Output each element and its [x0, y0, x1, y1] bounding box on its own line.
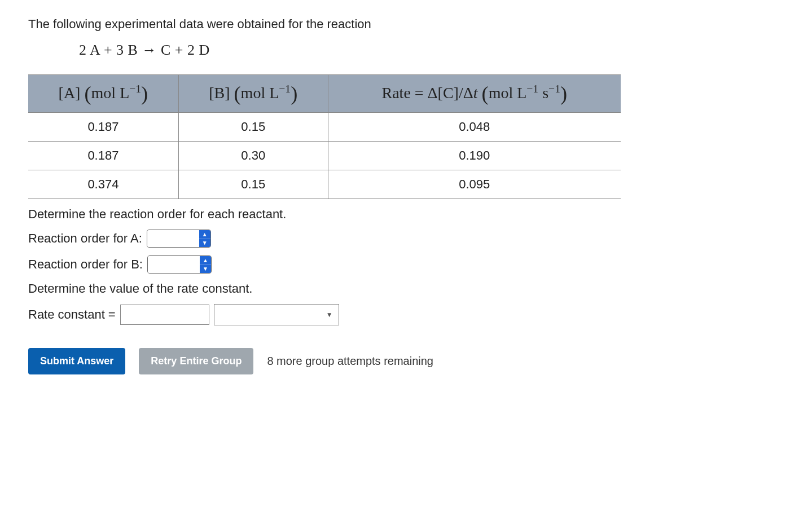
order-a-input[interactable] [147, 230, 199, 247]
reaction-equation: 2 A + 3 B → C + 2 D [79, 42, 784, 59]
label-rate-constant: Rate constant = [28, 307, 116, 322]
cell-b: 0.15 [178, 113, 328, 142]
cell-a: 0.187 [28, 113, 178, 142]
chevron-up-icon[interactable]: ▲ [199, 230, 210, 239]
rate-constant-input[interactable] [120, 305, 209, 325]
chevron-down-icon[interactable]: ▼ [200, 265, 211, 274]
cell-a: 0.374 [28, 170, 178, 199]
col-header-b: [B] (mol L−1) [178, 75, 328, 113]
submit-button[interactable]: Submit Answer [28, 348, 125, 374]
table-row: 0.187 0.15 0.048 [28, 113, 621, 142]
cell-rate: 0.048 [328, 113, 621, 142]
label-order-a: Reaction order for A: [28, 231, 142, 246]
order-b-input[interactable] [148, 256, 200, 273]
caret-down-icon: ▼ [326, 311, 333, 319]
data-table: [A] (mol L−1) [B] (mol L−1) Rate = Δ[C]/… [28, 74, 621, 199]
rate-constant-units-dropdown[interactable]: ▼ [214, 304, 339, 325]
attempts-remaining: 8 more group attempts remaining [267, 355, 433, 368]
cell-b: 0.30 [178, 142, 328, 170]
prompt-reaction-orders: Determine the reaction order for each re… [28, 207, 784, 222]
col-header-rate: Rate = Δ[C]/Δt (mol L−1 s−1) [328, 75, 621, 113]
retry-button[interactable]: Retry Entire Group [139, 348, 253, 374]
order-b-stepper[interactable]: ▲ ▼ [147, 255, 212, 274]
chevron-up-icon[interactable]: ▲ [200, 256, 211, 265]
cell-a: 0.187 [28, 142, 178, 170]
table-row: 0.187 0.30 0.190 [28, 142, 621, 170]
chevron-down-icon[interactable]: ▼ [199, 239, 210, 248]
order-a-stepper[interactable]: ▲ ▼ [147, 230, 211, 248]
col-header-a: [A] (mol L−1) [28, 75, 178, 113]
cell-rate: 0.095 [328, 170, 621, 199]
table-row: 0.374 0.15 0.095 [28, 170, 621, 199]
intro-text: The following experimental data were obt… [28, 17, 784, 32]
cell-rate: 0.190 [328, 142, 621, 170]
cell-b: 0.15 [178, 170, 328, 199]
prompt-rate-constant: Determine the value of the rate constant… [28, 281, 784, 296]
label-order-b: Reaction order for B: [28, 257, 143, 272]
